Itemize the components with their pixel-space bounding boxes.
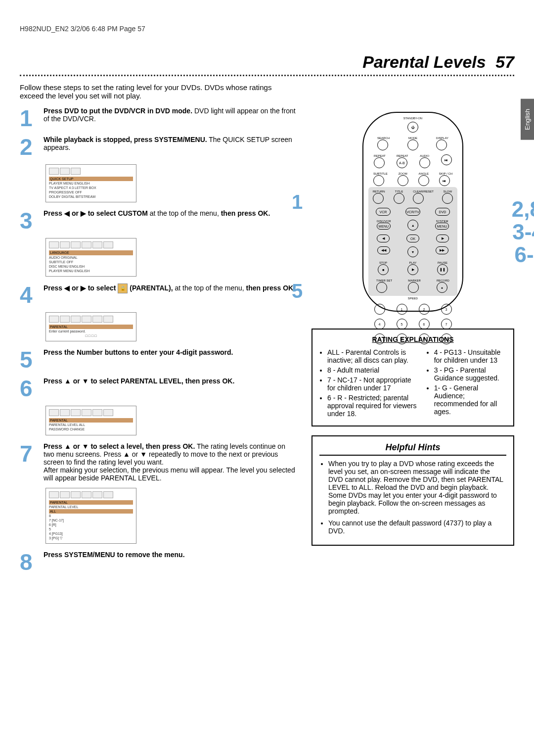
menu-button: MENU — [377, 223, 391, 230]
osd-row: 7 [NC-17] — [49, 518, 133, 522]
num-3: 3 — [441, 304, 452, 315]
remote-label: MARKER — [408, 279, 421, 282]
rating-list-left: ALL - Parental Controls is inactive; all… — [319, 348, 419, 420]
marker-button — [408, 282, 419, 293]
osd-row: Enter current password. — [49, 329, 133, 333]
remote-label: PAUSE — [437, 261, 448, 264]
step-bold: Press ◀ or ▶ to select CUSTOM — [44, 209, 148, 217]
page-title-row: Parental Levels 57 — [20, 52, 514, 76]
remote-label: PLAY — [407, 261, 418, 264]
step-bold: (PARENTAL), — [128, 284, 173, 292]
osd-quick-setup: QUICK SETUP PLAYER MENU ENGLISH TV ASPEC… — [45, 164, 136, 202]
rating-item: 6 - R - Restricted; parental approval re… — [327, 394, 419, 418]
step-5: 5 Press the Number buttons to enter your… — [20, 348, 297, 371]
remote-label: CLEAR/RESET — [413, 190, 434, 193]
page-number: 57 — [495, 52, 514, 71]
osd-row: □ □ □ □ — [49, 333, 133, 338]
ab-button: A-B — [397, 157, 407, 168]
num-0: 0 — [419, 333, 430, 344]
step-bold: Press ▲ or ▼ to select a level, then pre… — [44, 442, 195, 450]
osd-row: TV ASPECT 4:3 LETTER BOX — [49, 186, 133, 190]
osd-row: PLAYER MENU ENGLISH — [49, 181, 133, 186]
step-number: 8 — [20, 551, 39, 573]
osd-row: 8 — [49, 514, 133, 518]
print-header: H982NUD_EN2 3/2/06 6:48 PM Page 57 — [20, 25, 514, 33]
ok-button: OK — [406, 235, 419, 242]
osd-row: DISC MENU ENGLISH — [49, 264, 133, 269]
num-6: 6 — [419, 319, 430, 330]
osd-title: LANGUAGE — [49, 250, 133, 255]
num-2: 2 — [419, 304, 430, 315]
remote-label: SPEED — [408, 297, 418, 300]
play-button: ▶ — [407, 264, 418, 275]
rating-item: 4 - PG13 - Unsuitable for children under… — [434, 348, 506, 364]
language-tab: English — [521, 99, 534, 140]
remote-label: SUBTITLE — [373, 172, 388, 175]
step-number: 4 — [20, 284, 39, 306]
osd-title: PARENTAL — [49, 500, 133, 505]
step-bold: Press SYSTEM/MENU to remove the menu. — [44, 551, 185, 559]
vcrtv-button: VCR/TV — [405, 208, 420, 216]
num-9: 9 — [397, 333, 407, 344]
step-number: 5 — [20, 348, 39, 371]
num-4: 4 — [374, 319, 385, 330]
step-7: 7 Press ▲ or ▼ to select a level, then p… — [20, 442, 297, 482]
osd-title: PARENTAL — [49, 418, 133, 423]
subtitle-button — [373, 175, 384, 186]
pause-button: ❚❚ — [437, 264, 448, 275]
hint-item: When you try to play a DVD whose rating … — [328, 460, 506, 515]
remote-label: RETURN — [373, 190, 385, 193]
step-6: 6 Press ▲ or ▼ to select PARENTAL LEVEL,… — [20, 377, 297, 400]
remote-label: STANDBY-ON — [363, 113, 462, 120]
remote-label: DISPLAY — [436, 137, 448, 140]
osd-row: DOLBY DIGITAL BITSTREAM — [49, 194, 133, 199]
osd-row: 5 — [49, 527, 133, 531]
osd-password: PARENTAL Enter current password. □ □ □ □ — [45, 312, 136, 341]
osd-level-list: PARENTAL PARENTAL LEVEL ALL 8 7 [NC-17] … — [45, 488, 136, 544]
dvd-button: DVD — [435, 208, 450, 216]
rating-item: 7 - NC-17 - Not appropriate for children… — [327, 376, 419, 392]
rating-list-right: 4 - PG13 - Unsuitable for children under… — [426, 348, 506, 420]
num-1: 1 — [397, 304, 407, 315]
hints-list: When you try to play a DVD whose rating … — [319, 460, 506, 535]
step-bold: Press ◀ or ▶ to select — [44, 284, 118, 292]
callout-1: 1 — [292, 191, 303, 213]
remote-label: RECORD — [437, 279, 449, 282]
osd-row: AUDIO ORIGINAL — [49, 255, 133, 260]
skip-fwd-button: ⏭ — [441, 154, 452, 165]
remote-label: TIMER SET — [376, 279, 392, 282]
step-4: 4 Press ◀ or ▶ to select 🔒 (PARENTAL), a… — [20, 284, 297, 306]
remote-label: AUDIO — [419, 154, 430, 157]
left-button: ◀ — [377, 235, 390, 242]
right-button: ▶ — [436, 235, 449, 242]
osd-row: ALL — [49, 509, 133, 514]
remote-label: REPEAT — [374, 154, 386, 157]
step-bold: then press OK. — [246, 284, 296, 292]
remote-label: ANGLE — [418, 172, 429, 175]
num-5: 5 — [397, 319, 407, 330]
osd-row: 3 [PG] ▽ — [49, 536, 133, 540]
remote-label: SYSTEM — [435, 220, 449, 223]
stop-button: ■ — [378, 264, 389, 275]
rating-item: 1- G - General Audience; recommended for… — [434, 384, 506, 416]
step-3: 3 Press ◀ or ▶ to select CUSTOM at the t… — [20, 209, 297, 232]
step-bold: Press the Number buttons to enter your 4… — [44, 348, 233, 356]
callout-6-7: 6-7 — [514, 242, 534, 267]
remote-label: SEARCH — [377, 137, 390, 140]
rating-item: ALL - Parental Controls is inactive; all… — [327, 348, 419, 364]
repeat-button — [374, 157, 385, 168]
standby-button: ⏻ — [407, 122, 418, 133]
osd-row: PROGRESSIVE OFF — [49, 190, 133, 194]
remote-label: SKIP / CH — [439, 172, 452, 175]
remote-diagram: 1 2,8 3-4, 6-7 5 STANDBY-ON ⏻ SEARCH MOD… — [312, 112, 514, 320]
intro-text: Follow these steps to set the rating lev… — [20, 83, 297, 100]
remote-label: SLOW — [442, 190, 453, 193]
osd-title: PARENTAL — [49, 325, 133, 329]
step-text: at the top of the menu, — [148, 209, 221, 217]
hint-item: You cannot use the default password (473… — [328, 519, 506, 535]
step-number: 6 — [20, 377, 39, 400]
remote-label: REPEAT — [397, 154, 408, 157]
rew-button: ◀◀ — [377, 246, 390, 254]
osd-title: QUICK SETUP — [49, 177, 133, 181]
step-1: 1 Press DVD to put the DVD/VCR in DVD mo… — [20, 107, 297, 130]
